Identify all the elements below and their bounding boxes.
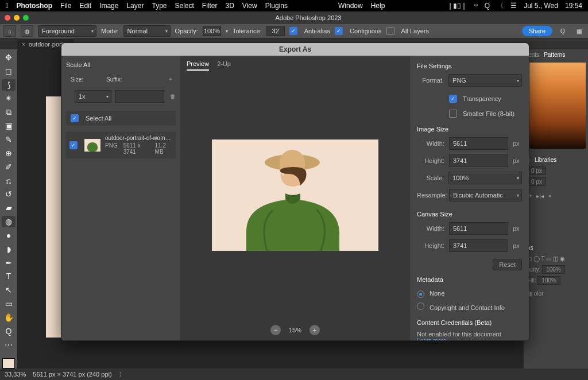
learn-more-link[interactable]: Learn more — [417, 338, 522, 341]
path-select-tool-icon[interactable]: ↖ — [2, 284, 16, 296]
scale-select[interactable]: 1x — [75, 90, 111, 103]
metadata-contact-radio[interactable] — [417, 303, 424, 310]
crop-tool-icon[interactable]: ⧉ — [2, 106, 16, 118]
workspace-icon[interactable]: ▦ — [573, 26, 585, 36]
width-input[interactable]: 5611 — [449, 137, 508, 150]
x-field[interactable]: 0 px — [527, 166, 546, 175]
minimize-window-button[interactable] — [14, 15, 20, 21]
asset-checkbox[interactable]: ✓ — [69, 141, 78, 149]
menu-plugins[interactable]: Plugins — [265, 2, 288, 10]
clone-stamp-tool-icon[interactable]: ⎌ — [2, 175, 16, 187]
scale-select[interactable]: 100% — [448, 172, 522, 184]
layer-opacity-field[interactable]: 100% — [542, 265, 565, 274]
zoom-tool-icon[interactable]: Q — [2, 325, 16, 337]
layer-fill-field[interactable]: 100% — [537, 276, 560, 285]
close-tab-icon[interactable]: × — [22, 41, 25, 48]
add-size-button[interactable]: ＋ — [165, 74, 176, 84]
menubar-date[interactable]: Jul 5., Wed — [524, 2, 558, 10]
move-tool-icon[interactable]: ✥ — [2, 52, 16, 63]
file-settings-heading: File Settings — [417, 63, 522, 69]
antialias-checkbox[interactable]: ✓ — [289, 27, 297, 35]
tab-2up[interactable]: 2-Up — [217, 60, 231, 71]
format-select[interactable]: PNG — [448, 74, 522, 87]
tolerance-field[interactable]: 32 — [266, 26, 285, 36]
color-picker-panel[interactable] — [526, 63, 586, 149]
eyedropper-tool-icon[interactable]: ✎ — [2, 134, 16, 145]
y-field[interactable]: 0 px — [527, 177, 546, 186]
tab-preview[interactable]: Preview — [187, 60, 209, 71]
menu-layer[interactable]: Layer — [126, 2, 144, 10]
paint-bucket-tool-icon[interactable]: ◍ — [2, 216, 16, 227]
zoom-out-button[interactable]: − — [270, 325, 281, 335]
spotlight-icon[interactable]: Q — [485, 2, 490, 10]
suffix-input[interactable] — [115, 90, 164, 103]
dodge-tool-icon[interactable]: ◗ — [2, 243, 16, 255]
preview-image[interactable] — [212, 139, 378, 251]
apple-menu-icon[interactable] — [6, 2, 8, 10]
opacity-field[interactable]: 100% — [203, 26, 221, 36]
mode-select[interactable]: Normal — [123, 25, 171, 37]
fill-source-select[interactable]: Foreground — [38, 25, 96, 37]
zoom-in-button[interactable]: ＋ — [310, 325, 320, 335]
shape-tool-icon[interactable]: ▭ — [2, 298, 16, 309]
canvas-height-input[interactable]: 3741 — [449, 239, 508, 252]
dialog-title: Export As — [279, 45, 311, 53]
eraser-tool-icon[interactable]: ▰ — [2, 202, 16, 214]
asset-format: PNG — [105, 142, 118, 155]
blur-tool-icon[interactable]: ● — [2, 230, 16, 241]
lasso-tool-icon[interactable]: ⟆ — [2, 79, 16, 91]
more-tools-icon[interactable]: ⋯ — [2, 339, 16, 351]
hand-tool-icon[interactable]: ✋ — [2, 312, 16, 323]
menu-type[interactable]: Type — [152, 2, 167, 10]
menu-help[interactable]: Help — [371, 2, 385, 10]
all-layers-checkbox[interactable] — [386, 27, 394, 35]
transparency-checkbox[interactable]: ✓ — [449, 95, 457, 103]
reset-button[interactable]: Reset — [493, 259, 522, 270]
menu-filter[interactable]: Filter — [202, 2, 218, 10]
remove-size-button[interactable]: 🗑 — [170, 91, 176, 102]
toggles-icon[interactable]: ☰ — [510, 2, 517, 10]
height-input[interactable]: 3741 — [449, 154, 508, 167]
history-brush-tool-icon[interactable]: ↺ — [2, 188, 16, 200]
canvas-width-input[interactable]: 5611 — [449, 222, 508, 235]
menu-file[interactable]: File — [60, 2, 71, 10]
smaller-file-checkbox[interactable] — [449, 110, 457, 118]
share-button[interactable]: Share — [522, 26, 552, 36]
brush-tool-icon[interactable]: ✐ — [2, 161, 16, 173]
menu-window[interactable]: Window — [338, 2, 363, 10]
dialog-titlebar[interactable]: Export As — [61, 43, 529, 56]
menubar-time[interactable]: 19:54 — [565, 2, 582, 10]
portrait-figure-icon — [212, 139, 378, 251]
search-icon[interactable]: Q — [557, 26, 568, 36]
pen-tool-icon[interactable]: ✒ — [2, 257, 16, 269]
color-fill-layer[interactable]: ▦ olor — [524, 289, 588, 298]
menu-select[interactable]: Select — [175, 2, 194, 10]
paint-bucket-tool-icon[interactable]: ◍ — [21, 25, 33, 37]
opacity-label: Opacity: — [175, 28, 198, 34]
type-tool-icon[interactable]: T — [2, 271, 16, 282]
contiguous-checkbox[interactable]: ✓ — [335, 27, 343, 35]
menu-edit[interactable]: Edit — [79, 2, 91, 10]
zoom-level[interactable]: 33,33% — [5, 371, 26, 378]
control-center-icon[interactable]: 〈 — [497, 1, 504, 11]
home-button[interactable]: ⌂ — [3, 25, 16, 37]
close-window-button[interactable] — [5, 15, 10, 21]
menu-image[interactable]: Image — [99, 2, 118, 10]
metadata-none-radio[interactable] — [417, 290, 424, 298]
menu-view[interactable]: View — [242, 2, 257, 10]
patterns-tab[interactable]: Patterns — [544, 52, 565, 58]
menu-3d[interactable]: 3D — [226, 2, 234, 10]
marquee-tool-icon[interactable]: ◻ — [2, 65, 16, 77]
spot-healing-tool-icon[interactable]: ⊕ — [2, 148, 16, 159]
status-chevron-icon[interactable]: 〉 — [119, 370, 125, 379]
zoom-window-button[interactable] — [23, 15, 29, 21]
tolerance-label: Tolerance: — [233, 28, 262, 34]
app-menu[interactable]: Photoshop — [16, 2, 52, 10]
magic-wand-tool-icon[interactable]: ✴ — [2, 93, 16, 104]
frame-tool-icon[interactable]: ▣ — [2, 120, 16, 131]
foreground-swatch[interactable] — [2, 358, 15, 369]
export-asset-row[interactable]: ✓ outdoor-portrait-of-woman-2022-… PNG 5… — [66, 131, 176, 158]
resample-select[interactable]: Bicubic Automatic — [449, 189, 522, 201]
select-all-checkbox[interactable]: ✓ — [71, 114, 79, 122]
libraries-tab[interactable]: Libraries — [535, 157, 556, 163]
